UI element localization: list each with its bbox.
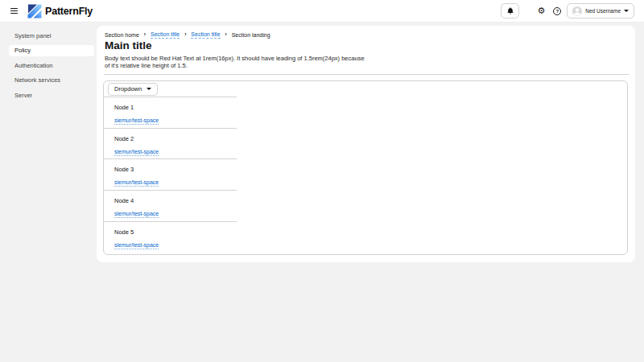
chevron-right-icon: › [144, 32, 146, 38]
node-link[interactable]: siemur/test-space [114, 179, 159, 187]
breadcrumb-item-section-title-1[interactable]: Section title [151, 31, 180, 39]
breadcrumb-item-section-home[interactable]: Section home [105, 32, 139, 38]
sidebar-item-authentication[interactable]: Authentication [9, 60, 94, 71]
list-item-node-3: Node 3 siemur/test-space [104, 159, 237, 191]
node-name: Node 3 [114, 166, 237, 173]
node-link[interactable]: siemur/test-space [114, 242, 159, 249]
patternfly-logo-icon [27, 4, 42, 19]
list-item-node-1: Node 1 siemur/test-space [104, 97, 237, 129]
node-list-column: Dropdown Node 1 siemur/test-space Node 2… [104, 81, 237, 253]
dropdown-toggle-button[interactable]: Dropdown [108, 83, 158, 96]
sidebar-item-network-services[interactable]: Network services [9, 75, 94, 86]
dropdown-label: Dropdown [114, 85, 142, 93]
node-link[interactable]: siemur/test-space [114, 117, 159, 125]
list-item-node-2: Node 2 siemur/test-space [104, 129, 237, 160]
node-name: Node 1 [114, 104, 237, 111]
breadcrumb-item-section-title-2[interactable]: Section title [191, 31, 220, 39]
settings-gear-icon[interactable]: ⚙ [537, 6, 545, 15]
card-toolbar: Dropdown [104, 81, 237, 97]
caret-down-icon [147, 88, 151, 90]
chevron-right-icon: › [225, 32, 227, 38]
sidebar-nav: System panel Policy Authentication Netwo… [0, 23, 97, 362]
user-menu-button[interactable]: Ned Username [567, 3, 634, 19]
nav-toggle-hamburger-icon[interactable] [10, 8, 18, 14]
brand: PatternFly [27, 4, 93, 19]
breadcrumb: Section home › Section title › Section t… [105, 31, 270, 39]
caret-down-icon [624, 10, 629, 12]
node-list-card: Dropdown Node 1 siemur/test-space Node 2… [103, 80, 628, 255]
list-item-node-4: Node 4 siemur/test-space [104, 191, 237, 222]
page-title: Main title [105, 39, 152, 51]
node-name: Node 2 [114, 135, 237, 142]
node-name: Node 4 [114, 197, 237, 204]
section-divider [104, 74, 629, 75]
node-name: Node 5 [114, 228, 237, 236]
notifications-button[interactable] [501, 3, 519, 19]
node-link[interactable]: siemur/test-space [114, 149, 159, 156]
avatar [572, 6, 582, 16]
masthead: PatternFly ⚙ ? Ned Username [0, 0, 644, 23]
list-item-node-5: Node 5 siemur/test-space [104, 222, 237, 253]
body-text-line: of it's relative line height of 1.5. [105, 63, 365, 70]
bell-icon [506, 6, 514, 15]
help-icon[interactable]: ? [553, 7, 561, 15]
node-link[interactable]: siemur/test-space [114, 211, 159, 218]
masthead-actions: ⚙ ? Ned Username [501, 3, 634, 19]
user-name: Ned Username [585, 8, 621, 14]
main-content-panel: Section home › Section title › Section t… [97, 26, 635, 262]
sidebar-item-system-panel[interactable]: System panel [9, 30, 94, 41]
sidebar-item-server[interactable]: Server [9, 89, 94, 101]
breadcrumb-item-section-landing: Section landing [232, 32, 270, 38]
sidebar-item-policy[interactable]: Policy [9, 45, 94, 56]
chevron-right-icon: › [184, 32, 186, 38]
brand-name: PatternFly [45, 6, 93, 17]
body-text: Body text should be Red Hat Text at 1rem… [105, 56, 365, 69]
